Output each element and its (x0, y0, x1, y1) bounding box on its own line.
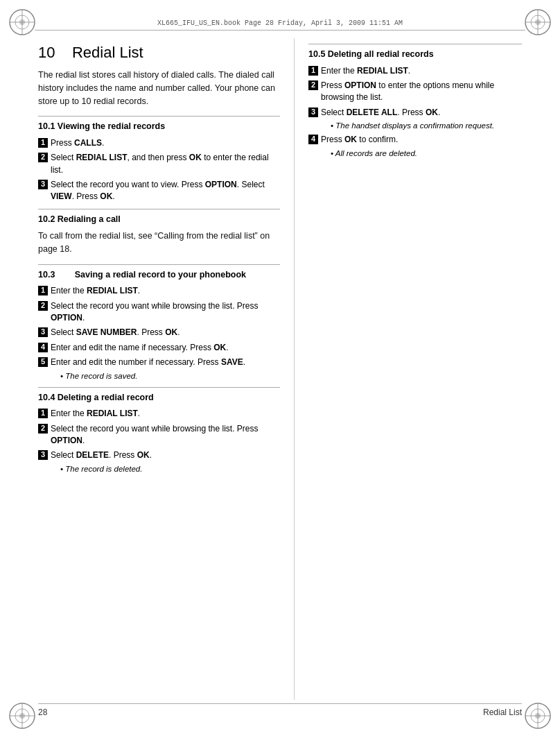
chapter-title-text: Redial List (72, 44, 143, 61)
chapter-title: 10 Redial List (38, 44, 280, 62)
step-10-3-5: 5 Enter and edit the number if necessary… (38, 357, 280, 381)
step-num: 3 (38, 180, 48, 189)
divider-10-4 (38, 387, 280, 388)
corner-decoration-br (521, 699, 554, 732)
step-10-3-1: 1 Enter the REDIAL LIST. (38, 285, 280, 297)
chapter-intro: The redial list stores call history of d… (38, 69, 280, 108)
step-10-4-3: 3 Select DELETE. Press OK. The record is… (38, 449, 280, 474)
step-num: 1 (38, 409, 48, 418)
steps-10-1: 1 Press CALLS. 2 Select REDIAL LIST, and… (38, 137, 280, 203)
step-num: 1 (38, 138, 48, 148)
section-10-5: 10.5 Deleting all redial records 1 Enter… (308, 44, 522, 159)
footer-section-title: Redial List (483, 707, 522, 717)
section-title-10-3: 10.3 Saving a redial record to your phon… (38, 270, 246, 280)
divider-10-5 (308, 44, 522, 44)
step-text: Enter and edit the name if necessary. Pr… (51, 342, 280, 354)
step-num: 4 (38, 343, 48, 352)
step-10-5-4: 4 Press OK to confirm. All records are d… (308, 134, 522, 158)
step-10-3-4: 4 Enter and edit the name if necessary. … (38, 342, 280, 354)
step-text: Press OK to confirm. All records are del… (321, 134, 522, 158)
corner-decoration-tr (521, 6, 554, 39)
step-text: Press OPTION to enter the options menu w… (321, 80, 522, 104)
step-text: Select the record you want while browsin… (51, 423, 280, 447)
section-header-10-3: 10.3 Saving a redial record to your phon… (38, 269, 280, 282)
bullet-10-4: The record is deleted. (60, 463, 280, 474)
step-10-1-1: 1 Press CALLS. (38, 137, 280, 149)
step-num: 1 (308, 66, 318, 76)
step-10-3-2: 2 Select the record you want while brows… (38, 300, 280, 325)
section-header-10-4: 10.4 Deleting a redial record (38, 392, 280, 404)
step-10-1-2: 2 Select REDIAL LIST, and then press OK … (38, 152, 280, 176)
step-text: Select REDIAL LIST, and then press OK to… (51, 152, 280, 176)
divider-10-1 (38, 116, 280, 117)
step-10-5-1: 1 Enter the REDIAL LIST. (308, 65, 522, 77)
bullet-10-5-3: The handset displays a confirmation requ… (331, 120, 522, 131)
step-text: Select the record you want to view. Pres… (51, 179, 280, 203)
page-number: 28 (38, 707, 47, 717)
section-10-1: 10.1 Viewing the redial records 1 Press … (38, 116, 280, 203)
bullet-10-3: The record is saved. (60, 370, 280, 381)
chapter-number: 10 (38, 44, 55, 61)
step-10-5-3: 3 Select DELETE ALL. Press OK. The hands… (308, 107, 522, 131)
step-num: 2 (38, 153, 48, 162)
step-text: Select SAVE NUMBER. Press OK. (51, 327, 280, 338)
section-header-10-2: 10.2 Redialing a call (38, 214, 280, 226)
step-num: 2 (38, 301, 48, 311)
bullet-10-5-4: All records are deleted. (331, 148, 522, 159)
header-bar: XL665_IFU_US_EN.book Page 28 Friday, Apr… (35, 19, 525, 31)
steps-10-5: 1 Enter the REDIAL LIST. 2 Press OPTION … (308, 65, 522, 159)
step-num: 3 (308, 108, 318, 117)
section-10-3: 10.3 Saving a redial record to your phon… (38, 264, 280, 381)
step-10-4-1: 1 Enter the REDIAL LIST. (38, 408, 280, 420)
corner-decoration-bl (6, 699, 39, 732)
step-10-4-2: 2 Select the record you want while brows… (38, 423, 280, 447)
section-header-10-1: 10.1 Viewing the redial records (38, 121, 280, 133)
corner-decoration-tl (6, 6, 39, 39)
step-10-5-2: 2 Press OPTION to enter the options menu… (308, 80, 522, 104)
section-title-10-1: 10.1 Viewing the redial records (38, 121, 165, 131)
left-column: 10 Redial List The redial list stores ca… (38, 38, 295, 700)
section-title-10-4: 10.4 Deleting a redial record (38, 393, 154, 402)
step-num: 2 (308, 80, 318, 90)
header-text: XL665_IFU_US_EN.book Page 28 Friday, Apr… (157, 19, 403, 27)
step-num: 5 (38, 357, 48, 367)
step-num: 4 (308, 135, 318, 144)
step-text: Enter the REDIAL LIST. (51, 408, 280, 420)
step-text: Select DELETE. Press OK. The record is d… (51, 449, 280, 474)
step-10-3-3: 3 Select SAVE NUMBER. Press OK. (38, 327, 280, 338)
section-10-2: 10.2 Redialing a call To call from the r… (38, 209, 280, 256)
step-text: Enter and edit the number if necessary. … (51, 357, 280, 381)
right-column: 10.5 Deleting all redial records 1 Enter… (295, 38, 522, 700)
step-text: Enter the REDIAL LIST. (51, 285, 280, 297)
section-10-4: 10.4 Deleting a redial record 1 Enter th… (38, 387, 280, 474)
step-10-1-3: 3 Select the record you want to view. Pr… (38, 179, 280, 203)
divider-10-2 (38, 209, 280, 209)
step-text: Enter the REDIAL LIST. (321, 65, 522, 77)
step-num: 1 (38, 286, 48, 295)
step-num: 2 (38, 424, 48, 434)
section-title-10-2: 10.2 Redialing a call (38, 214, 121, 224)
main-content: 10 Redial List The redial list stores ca… (38, 38, 522, 700)
step-text: Select DELETE ALL. Press OK. The handset… (321, 107, 522, 131)
page-footer: 28 Redial List (38, 703, 522, 717)
step-text: Select the record you want while browsin… (51, 300, 280, 325)
divider-10-3 (38, 264, 280, 265)
section-title-10-5: 10.5 Deleting all redial records (308, 49, 434, 59)
steps-10-4: 1 Enter the REDIAL LIST. 2 Select the re… (38, 408, 280, 474)
step-num: 3 (38, 450, 48, 460)
section-10-2-intro: To call from the redial list, see “Calli… (38, 230, 280, 256)
section-header-10-5: 10.5 Deleting all redial records (308, 49, 522, 61)
steps-10-3: 1 Enter the REDIAL LIST. 2 Select the re… (38, 285, 280, 381)
step-text: Press CALLS. (51, 137, 280, 149)
step-num: 3 (38, 327, 48, 337)
